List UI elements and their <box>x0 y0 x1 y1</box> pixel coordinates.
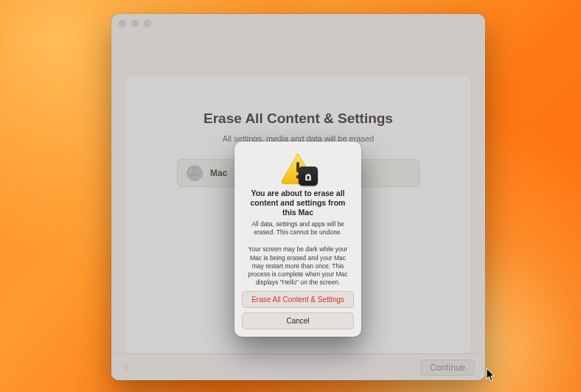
dialog-body-1: All data, settings and apps will be eras… <box>243 220 352 237</box>
traffic-light-close[interactable] <box>119 20 126 27</box>
continue-button[interactable]: Continue <box>420 360 475 376</box>
erase-button[interactable]: Erase All Content & Settings <box>242 291 354 308</box>
window-titlebar <box>111 14 485 33</box>
traffic-light-zoom[interactable] <box>144 20 151 27</box>
touch-id-icon <box>187 165 203 181</box>
page-title: Erase All Content & Settings <box>125 111 471 127</box>
volume-row-label: Mac <box>210 168 227 178</box>
traffic-light-minimize[interactable] <box>131 20 139 27</box>
svg-rect-2 <box>307 176 310 180</box>
dialog-title: You are about to erase all content and s… <box>243 189 352 217</box>
svg-point-3 <box>307 175 308 175</box>
dialog-body-2: Your screen may be dark while your Mac i… <box>243 245 352 286</box>
back-icon[interactable] <box>122 363 132 373</box>
erase-confirmation-dialog: You are about to erase all content and s… <box>234 141 361 337</box>
assistant-bottom-bar: Continue <box>111 354 485 380</box>
warning-icon <box>279 152 316 184</box>
cancel-button[interactable]: Cancel <box>242 312 354 329</box>
app-badge-icon <box>299 167 318 186</box>
